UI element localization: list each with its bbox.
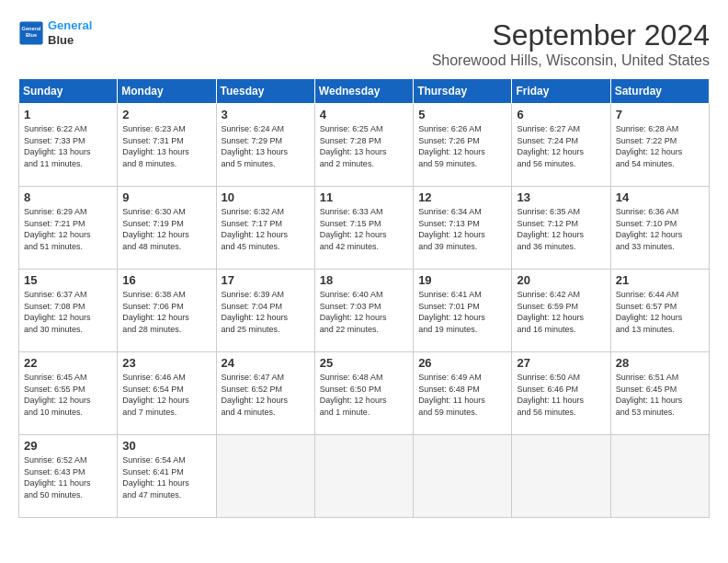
day-info: Sunrise: 6:25 AM Sunset: 7:28 PM Dayligh… xyxy=(320,123,408,169)
day-number: 2 xyxy=(122,108,210,121)
day-number: 28 xyxy=(616,356,704,370)
logo-icon: General Blue xyxy=(18,20,44,46)
month-title: September 2024 xyxy=(432,18,710,52)
header-day-monday: Monday xyxy=(118,79,216,104)
day-number: 24 xyxy=(222,356,310,370)
calendar-day: 15Sunrise: 6:37 AM Sunset: 7:08 PM Dayli… xyxy=(19,270,118,352)
calendar-week-5: 29Sunrise: 6:52 AM Sunset: 6:43 PM Dayli… xyxy=(19,435,710,518)
header-day-thursday: Thursday xyxy=(414,79,512,104)
day-number: 8 xyxy=(24,190,112,204)
header-day-wednesday: Wednesday xyxy=(314,79,413,104)
calendar-day: 5Sunrise: 6:26 AM Sunset: 7:26 PM Daylig… xyxy=(414,104,512,187)
calendar-day: 4Sunrise: 6:25 AM Sunset: 7:28 PM Daylig… xyxy=(314,104,413,187)
calendar-day: 14Sunrise: 6:36 AM Sunset: 7:10 PM Dayli… xyxy=(610,187,709,270)
calendar-week-1: 1Sunrise: 6:22 AM Sunset: 7:33 PM Daylig… xyxy=(19,104,710,187)
calendar-day: 8Sunrise: 6:29 AM Sunset: 7:21 PM Daylig… xyxy=(19,187,118,270)
location-title: Shorewood Hills, Wisconsin, United State… xyxy=(432,52,710,69)
calendar-week-3: 15Sunrise: 6:37 AM Sunset: 7:08 PM Dayli… xyxy=(19,270,710,352)
day-number: 5 xyxy=(418,108,506,121)
calendar-day: 25Sunrise: 6:48 AM Sunset: 6:50 PM Dayli… xyxy=(314,352,413,435)
calendar-day: 23Sunrise: 6:46 AM Sunset: 6:54 PM Dayli… xyxy=(118,352,216,435)
calendar-day xyxy=(610,435,709,518)
day-number: 27 xyxy=(517,356,605,370)
day-info: Sunrise: 6:42 AM Sunset: 6:59 PM Dayligh… xyxy=(517,289,605,335)
calendar-day: 16Sunrise: 6:38 AM Sunset: 7:06 PM Dayli… xyxy=(118,270,216,352)
day-info: Sunrise: 6:40 AM Sunset: 7:03 PM Dayligh… xyxy=(320,289,408,335)
calendar-day: 29Sunrise: 6:52 AM Sunset: 6:43 PM Dayli… xyxy=(19,435,118,518)
svg-text:General: General xyxy=(22,26,41,31)
day-info: Sunrise: 6:49 AM Sunset: 6:48 PM Dayligh… xyxy=(418,372,506,418)
day-number: 4 xyxy=(320,108,408,121)
day-info: Sunrise: 6:37 AM Sunset: 7:08 PM Dayligh… xyxy=(24,289,112,335)
day-info: Sunrise: 6:45 AM Sunset: 6:55 PM Dayligh… xyxy=(24,372,112,418)
day-number: 7 xyxy=(616,108,704,121)
calendar-week-2: 8Sunrise: 6:29 AM Sunset: 7:21 PM Daylig… xyxy=(19,187,710,270)
calendar-day: 30Sunrise: 6:54 AM Sunset: 6:41 PM Dayli… xyxy=(118,435,216,518)
calendar-day: 2Sunrise: 6:23 AM Sunset: 7:31 PM Daylig… xyxy=(118,104,216,187)
day-number: 15 xyxy=(24,273,112,287)
day-info: Sunrise: 6:23 AM Sunset: 7:31 PM Dayligh… xyxy=(122,123,210,169)
calendar-day xyxy=(512,435,610,518)
day-number: 6 xyxy=(517,108,605,121)
calendar-day xyxy=(314,435,413,518)
day-info: Sunrise: 6:50 AM Sunset: 6:46 PM Dayligh… xyxy=(517,372,605,418)
calendar-day: 28Sunrise: 6:51 AM Sunset: 6:45 PM Dayli… xyxy=(610,352,709,435)
header-day-tuesday: Tuesday xyxy=(216,79,314,104)
day-info: Sunrise: 6:52 AM Sunset: 6:43 PM Dayligh… xyxy=(24,454,112,500)
header-day-friday: Friday xyxy=(512,79,610,104)
day-number: 22 xyxy=(24,356,112,370)
day-info: Sunrise: 6:33 AM Sunset: 7:15 PM Dayligh… xyxy=(320,206,408,252)
day-info: Sunrise: 6:35 AM Sunset: 7:12 PM Dayligh… xyxy=(517,206,605,252)
day-info: Sunrise: 6:46 AM Sunset: 6:54 PM Dayligh… xyxy=(122,372,210,418)
calendar-day: 10Sunrise: 6:32 AM Sunset: 7:17 PM Dayli… xyxy=(216,187,314,270)
day-info: Sunrise: 6:26 AM Sunset: 7:26 PM Dayligh… xyxy=(418,123,506,169)
day-number: 30 xyxy=(122,439,210,453)
header-row: SundayMondayTuesdayWednesdayThursdayFrid… xyxy=(19,79,710,104)
calendar-day: 7Sunrise: 6:28 AM Sunset: 7:22 PM Daylig… xyxy=(610,104,709,187)
calendar-day xyxy=(216,435,314,518)
title-area: September 2024 Shorewood Hills, Wisconsi… xyxy=(432,18,710,69)
calendar-day: 11Sunrise: 6:33 AM Sunset: 7:15 PM Dayli… xyxy=(314,187,413,270)
calendar-day: 26Sunrise: 6:49 AM Sunset: 6:48 PM Dayli… xyxy=(414,352,512,435)
calendar-day: 9Sunrise: 6:30 AM Sunset: 7:19 PM Daylig… xyxy=(118,187,216,270)
day-number: 14 xyxy=(616,190,704,204)
calendar-day: 3Sunrise: 6:24 AM Sunset: 7:29 PM Daylig… xyxy=(216,104,314,187)
day-info: Sunrise: 6:51 AM Sunset: 6:45 PM Dayligh… xyxy=(616,372,704,418)
day-number: 20 xyxy=(517,273,605,287)
calendar-day: 22Sunrise: 6:45 AM Sunset: 6:55 PM Dayli… xyxy=(19,352,118,435)
day-info: Sunrise: 6:38 AM Sunset: 7:06 PM Dayligh… xyxy=(122,289,210,335)
day-info: Sunrise: 6:54 AM Sunset: 6:41 PM Dayligh… xyxy=(122,454,210,500)
calendar-day: 27Sunrise: 6:50 AM Sunset: 6:46 PM Dayli… xyxy=(512,352,610,435)
day-info: Sunrise: 6:34 AM Sunset: 7:13 PM Dayligh… xyxy=(418,206,506,252)
calendar-day: 12Sunrise: 6:34 AM Sunset: 7:13 PM Dayli… xyxy=(414,187,512,270)
day-number: 10 xyxy=(222,190,310,204)
header-day-saturday: Saturday xyxy=(610,79,709,104)
day-number: 3 xyxy=(222,108,310,121)
day-info: Sunrise: 6:36 AM Sunset: 7:10 PM Dayligh… xyxy=(616,206,704,252)
day-info: Sunrise: 6:30 AM Sunset: 7:19 PM Dayligh… xyxy=(122,206,210,252)
day-number: 25 xyxy=(320,356,408,370)
day-number: 23 xyxy=(122,356,210,370)
logo: General Blue General Blue xyxy=(18,18,92,47)
day-number: 19 xyxy=(418,273,506,287)
svg-text:Blue: Blue xyxy=(26,32,37,38)
day-info: Sunrise: 6:28 AM Sunset: 7:22 PM Dayligh… xyxy=(616,123,704,169)
calendar-table: SundayMondayTuesdayWednesdayThursdayFrid… xyxy=(18,78,710,518)
day-number: 21 xyxy=(616,273,704,287)
calendar-day xyxy=(414,435,512,518)
day-number: 13 xyxy=(517,190,605,204)
header: General Blue General Blue September 2024… xyxy=(18,18,710,69)
day-number: 11 xyxy=(320,190,408,204)
day-number: 16 xyxy=(122,273,210,287)
header-day-sunday: Sunday xyxy=(19,79,118,104)
calendar-day: 13Sunrise: 6:35 AM Sunset: 7:12 PM Dayli… xyxy=(512,187,610,270)
day-number: 26 xyxy=(418,356,506,370)
day-number: 9 xyxy=(122,190,210,204)
day-number: 12 xyxy=(418,190,506,204)
day-info: Sunrise: 6:29 AM Sunset: 7:21 PM Dayligh… xyxy=(24,206,112,252)
day-info: Sunrise: 6:41 AM Sunset: 7:01 PM Dayligh… xyxy=(418,289,506,335)
day-info: Sunrise: 6:48 AM Sunset: 6:50 PM Dayligh… xyxy=(320,372,408,418)
day-number: 1 xyxy=(24,108,112,121)
day-info: Sunrise: 6:27 AM Sunset: 7:24 PM Dayligh… xyxy=(517,123,605,169)
calendar-day: 18Sunrise: 6:40 AM Sunset: 7:03 PM Dayli… xyxy=(314,270,413,352)
